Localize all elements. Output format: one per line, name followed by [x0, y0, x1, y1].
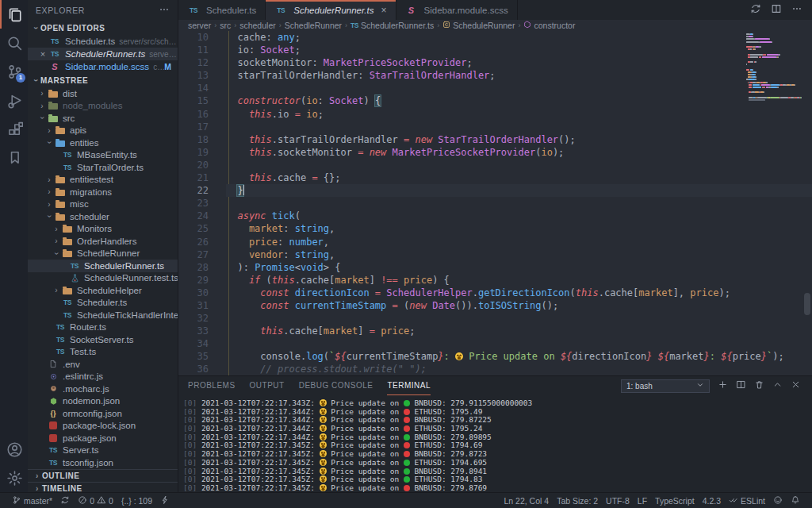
- project-header[interactable]: › MARSTREE: [28, 73, 178, 87]
- source-control-icon[interactable]: 1: [0, 57, 28, 86]
- tree-item-migrations[interactable]: ›migrations: [28, 186, 178, 198]
- close-icon[interactable]: ×: [37, 49, 48, 59]
- breadcrumb-schedulerrunner-ts[interactable]: TSSchedulerRunner.ts: [350, 21, 434, 30]
- tree-item-scheduler[interactable]: ›scheduler: [28, 210, 178, 223]
- status-problems[interactable]: 00: [74, 493, 117, 508]
- tree-item-schedulerunner-test-ts[interactable]: ScheduleRunner.test.ts: [28, 272, 178, 285]
- outline-section[interactable]: › OUTLINE: [28, 469, 178, 482]
- search-icon[interactable]: [0, 29, 28, 57]
- settings-icon[interactable]: [0, 464, 28, 492]
- open-editor-schedulerrunner-ts[interactable]: ×TSSchedulerRunner.tsserver/src/s...: [28, 48, 178, 60]
- code-token: io: [226, 44, 249, 56]
- status-bolt[interactable]: [156, 493, 174, 508]
- breadcrumb-separator: ›: [518, 21, 520, 29]
- more-actions-icon[interactable]: [791, 3, 802, 17]
- panel-tab-problems[interactable]: PROBLEMS: [188, 376, 236, 395]
- tree-item-entitiestest[interactable]: ›entitiestest: [28, 174, 178, 187]
- status-ts-version[interactable]: 4.2.3: [699, 493, 725, 508]
- breadcrumb-server[interactable]: server: [188, 21, 211, 30]
- tree-item-entities[interactable]: ›entities: [28, 137, 178, 149]
- tab-sidebar-module-scss[interactable]: SSidebar.module.scss: [396, 0, 518, 20]
- status-git-branch[interactable]: master*: [8, 493, 56, 508]
- breadcrumb-scheduler[interactable]: scheduler: [239, 21, 276, 30]
- tree-item-env[interactable]: .env: [28, 358, 178, 371]
- minimap[interactable]: [745, 33, 802, 102]
- code-editor[interactable]: 1011121314151617181920212223242526272829…: [178, 31, 812, 375]
- status-tab-size[interactable]: Tab Size: 2: [553, 493, 602, 508]
- breadcrumb-schedlerunner[interactable]: SchedleRunner: [285, 21, 342, 30]
- open-editor-sidebar-module-scss[interactable]: SSidebar.module.scssclien...M: [28, 60, 178, 73]
- status-language-mode[interactable]: TypeScript: [651, 493, 699, 508]
- tab-scheduler-ts[interactable]: TSScheduler.ts: [178, 0, 266, 20]
- code-token: [226, 185, 237, 196]
- panel-tab-output[interactable]: OUTPUT: [250, 376, 285, 395]
- kill-terminal-icon[interactable]: [754, 379, 764, 393]
- tree-item-router-ts[interactable]: TSRouter.ts: [28, 321, 178, 334]
- status-encoding[interactable]: UTF-8: [602, 493, 634, 508]
- tree-item-package-lock-json[interactable]: package-lock.json: [28, 420, 178, 433]
- breadcrumb-src[interactable]: src: [220, 21, 231, 30]
- bookmarks-icon[interactable]: [0, 143, 28, 171]
- status-eol[interactable]: LF: [634, 493, 651, 508]
- status-sync[interactable]: [56, 493, 74, 508]
- close-panel-icon[interactable]: [791, 379, 801, 393]
- tree-item-orderhandlers[interactable]: ›OrderHandlers: [28, 235, 178, 248]
- tree-item-eslintrc-js[interactable]: .eslintrc.js: [28, 371, 178, 383]
- terminal-prefix: [0]: [183, 424, 197, 433]
- tree-item-monitors[interactable]: ›Monitors: [28, 223, 178, 236]
- terminal-output[interactable]: [0] 2021-03-12T07:22:17.343Z: Price upda…: [178, 395, 812, 493]
- status-bracket-count[interactable]: {..} : 109: [117, 493, 156, 508]
- folder-icon: [61, 225, 74, 233]
- extensions-icon[interactable]: [0, 114, 28, 143]
- tree-item-package-json[interactable]: package.json: [28, 432, 178, 444]
- tree-item-dist[interactable]: ›dist: [28, 87, 178, 100]
- tree-item-misc[interactable]: ›misc: [28, 198, 178, 211]
- timeline-section[interactable]: › TIMELINE: [28, 482, 178, 493]
- open-editor-scheduler-ts[interactable]: TSScheduler.tsserver/src/scheduler: [28, 35, 178, 48]
- scrollbar-thumb[interactable]: [804, 293, 810, 315]
- split-editor-icon[interactable]: [771, 3, 782, 17]
- explorer-icon[interactable]: [0, 0, 28, 29]
- breadcrumb-constructor[interactable]: constructor: [523, 21, 575, 30]
- tree-item-schedlerunner[interactable]: ›SchedleRunner: [28, 248, 178, 260]
- tree-item-tsconfig-json[interactable]: TStsconfig.json: [28, 456, 178, 469]
- tree-item-scheduler-ts[interactable]: TSScheduler.ts: [28, 297, 178, 310]
- run-debug-icon[interactable]: [0, 86, 28, 114]
- tree-item-mbaseentity-ts[interactable]: TSMBaseEntity.ts: [28, 149, 178, 162]
- tree-item-ormconfig-json[interactable]: {}ormconfig.json: [28, 407, 178, 420]
- tree-item-scheduletickhandlerinterfa[interactable]: TSScheduleTickHandlerInterfa...: [28, 309, 178, 321]
- tree-item-apis[interactable]: ›apis: [28, 125, 178, 137]
- breadcrumb-schedulerunner[interactable]: ScheduleRunner: [442, 21, 515, 30]
- status-feedback[interactable]: [769, 493, 787, 508]
- status-eslint[interactable]: ESLint: [725, 493, 769, 508]
- tree-item-nodemon-json[interactable]: nodemon.json: [28, 395, 178, 408]
- split-terminal-icon[interactable]: [736, 379, 746, 393]
- tree-item-test-ts[interactable]: TSTest.ts: [28, 346, 178, 359]
- account-icon[interactable]: [0, 435, 28, 464]
- status-notifications[interactable]: [787, 493, 804, 508]
- tree-item-mocharc-js[interactable]: .mocharc.js: [28, 383, 178, 395]
- line-number: 12: [178, 56, 209, 69]
- close-icon[interactable]: ×: [381, 5, 387, 16]
- code-token: starTrailOrderHandler: [226, 70, 358, 81]
- more-actions-icon[interactable]: [159, 4, 170, 17]
- panel-tab-debug-console[interactable]: DEBUG CONSOLE: [299, 376, 373, 395]
- new-terminal-icon[interactable]: [718, 379, 728, 393]
- tree-item-node-modules[interactable]: ›node_modules: [28, 100, 178, 113]
- tree-item-src[interactable]: ›src: [28, 112, 178, 125]
- status-cursor-position[interactable]: Ln 22, Col 4: [500, 493, 553, 508]
- maximize-panel-icon[interactable]: [772, 379, 783, 393]
- tree-item-startrailorder-ts[interactable]: TSStarTrailOrder.ts: [28, 161, 178, 174]
- code-token: SchedulerHelper: [386, 287, 472, 298]
- sync-file-icon[interactable]: [750, 3, 761, 17]
- tree-item-label: Server.ts: [63, 445, 98, 455]
- tree-item-schedulerrunner-ts[interactable]: TSSchedulerRunner.ts: [28, 260, 178, 272]
- tree-item-label: SchedulerRunner.ts: [84, 261, 164, 271]
- tab-schedulerrunner-ts[interactable]: TSSchedulerRunner.ts×: [266, 0, 396, 20]
- tree-item-server-ts[interactable]: TSServer.ts: [28, 444, 178, 457]
- panel-tab-terminal[interactable]: TERMINAL: [387, 376, 431, 395]
- open-editors-header[interactable]: › OPEN EDITORS: [28, 21, 178, 35]
- tree-item-schedulehelper[interactable]: ›ScheduleHelper: [28, 284, 178, 297]
- tree-item-socketserver-ts[interactable]: TSSocketServer.ts: [28, 333, 178, 346]
- shell-select[interactable]: 1: bash: [621, 379, 710, 393]
